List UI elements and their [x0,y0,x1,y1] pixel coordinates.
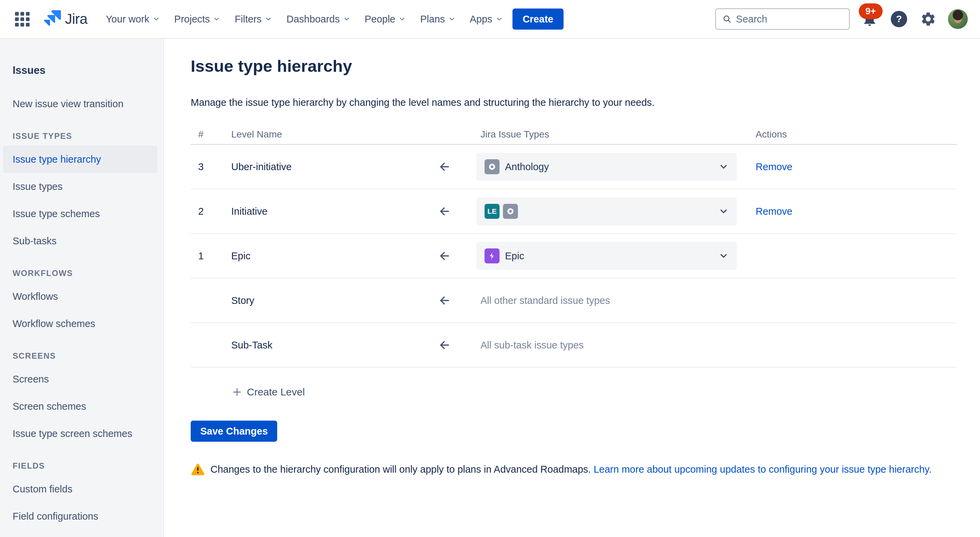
sidebar-item-field-configurations[interactable]: Field configurations [3,503,158,530]
table-row: 2 Initiative LE R [191,189,957,234]
level-number: 1 [198,251,231,262]
nav-menu: Your work Projects Filters Dashboards Pe… [106,14,503,25]
nav-item-plans[interactable]: Plans [420,14,456,25]
save-changes-button[interactable]: Save Changes [191,421,277,442]
search-box[interactable] [715,8,850,30]
generic-issue-type-icon [503,204,518,219]
nav-item-dashboards[interactable]: Dashboards [286,14,350,25]
nav-item-projects[interactable]: Projects [174,14,221,25]
page-title: Issue type hierarchy [191,56,957,76]
arrow-left-icon [438,160,452,174]
le-issue-type-icon: LE [485,204,500,219]
remove-level-link[interactable]: Remove [756,206,792,217]
issue-types-select[interactable]: LE [476,197,737,225]
arrow-left-icon [438,338,452,352]
sidebar-item-workflows[interactable]: Workflows [3,283,158,310]
issue-types-static-text: All sub-task issue types [476,340,737,351]
settings-button[interactable] [919,10,938,29]
level-number: 2 [198,206,231,217]
settings-sidebar: Issues New issue view transition ISSUE T… [0,39,164,537]
sidebar-item-new-issue-view-transition[interactable]: New issue view transition [3,90,158,118]
table-row: 1 Epic Epic [191,234,957,279]
table-body: 3 Uber-initiative Anthology [191,145,957,368]
arrow-left-icon [438,249,452,263]
help-icon: ? [891,11,907,27]
notification-count-badge: 9+ [859,3,883,19]
sidebar-item-issue-type-schemes[interactable]: Issue type schemes [3,200,158,227]
chevron-down-icon [719,162,729,172]
nav-item-filters[interactable]: Filters [235,14,272,25]
page-description: Manage the issue type hierarchy by chang… [191,96,957,108]
sidebar-item-workflow-schemes[interactable]: Workflow schemes [3,310,158,337]
level-name: Story [231,295,436,306]
level-name: Epic [231,251,436,262]
jira-logo[interactable]: Jira [42,9,88,29]
header-level-name: Level Name [231,129,436,140]
user-avatar[interactable] [948,9,968,29]
nav-right-controls: 9+ ? [715,8,968,30]
search-icon [722,14,732,24]
table-row: Sub-Task All sub-task issue types [191,323,957,368]
nav-item-apps[interactable]: Apps [470,14,503,25]
table-row: 3 Uber-initiative Anthology [191,145,957,189]
table-header-row: # Level Name Jira Issue Types Actions [191,124,957,145]
sidebar-item-custom-fields[interactable]: Custom fields [3,475,158,503]
create-button[interactable]: Create [512,8,563,30]
search-input[interactable] [736,14,843,25]
sidebar-item-issue-types[interactable]: Issue types [3,173,158,200]
selected-issue-type: Anthology [505,161,549,173]
learn-more-link[interactable]: Learn more about upcoming updates to con… [593,464,932,475]
plus-icon [232,387,242,397]
chevron-down-icon [343,15,350,23]
sidebar-heading-issue-types: ISSUE TYPES [13,129,158,143]
issue-types-static-text: All other standard issue types [476,295,737,306]
chevron-down-icon [448,15,456,23]
sidebar-item-screens[interactable]: Screens [3,365,158,393]
top-navigation-bar: Jira Your work Projects Filters Dashboar… [0,0,980,39]
header-number: # [198,129,231,140]
selected-issue-type: Epic [505,251,524,262]
main-content: Issue type hierarchy Manage the issue ty… [165,39,980,537]
epic-issue-type-icon [485,248,500,264]
create-level-button[interactable]: Create Level [191,382,305,402]
nav-item-your-work[interactable]: Your work [106,14,160,25]
sidebar-item-issue-type-screen-schemes[interactable]: Issue type screen schemes [3,420,158,447]
warning-message: Changes to the hierarchy configuration w… [191,462,957,477]
chevron-down-icon [719,206,729,216]
level-name: Initiative [231,206,436,217]
generic-issue-type-icon [485,159,500,174]
arrow-left-icon [438,293,452,308]
chevron-down-icon [213,15,220,23]
chevron-down-icon [264,15,272,23]
issue-types-select[interactable]: Anthology [476,153,737,181]
sidebar-heading-workflows: WORKFLOWS [13,267,158,280]
warning-text: Changes to the hierarchy configuration w… [210,464,591,475]
chevron-down-icon [398,15,406,23]
jira-logo-text: Jira [65,11,88,27]
header-jira-issue-types: Jira Issue Types [476,129,737,140]
issue-types-select[interactable]: Epic [476,242,737,270]
jira-mark-icon [42,9,62,29]
sidebar-title: Issues [13,63,158,78]
sidebar-item-issue-type-hierarchy[interactable]: Issue type hierarchy [3,146,158,173]
remove-level-link[interactable]: Remove [756,161,792,172]
table-row: Story All other standard issue types [191,279,957,323]
gear-icon [920,11,936,27]
chevron-down-icon [153,15,160,23]
level-name: Sub-Task [231,340,436,351]
app-switcher-icon[interactable] [15,12,30,27]
sidebar-item-sub-tasks[interactable]: Sub-tasks [3,227,158,254]
header-actions: Actions [756,129,957,140]
help-button[interactable]: ? [889,10,908,29]
sidebar-heading-fields: FIELDS [13,459,158,473]
arrow-left-icon [438,204,452,218]
warning-icon [191,462,205,477]
level-number: 3 [198,161,231,173]
sidebar-item-screen-schemes[interactable]: Screen schemes [3,393,158,420]
level-name: Uber-initiative [231,161,436,173]
chevron-down-icon [719,251,729,261]
chevron-down-icon [495,15,503,23]
hierarchy-table: # Level Name Jira Issue Types Actions 3 … [191,124,957,368]
nav-item-people[interactable]: People [365,14,406,25]
notifications-button[interactable]: 9+ [860,10,879,29]
